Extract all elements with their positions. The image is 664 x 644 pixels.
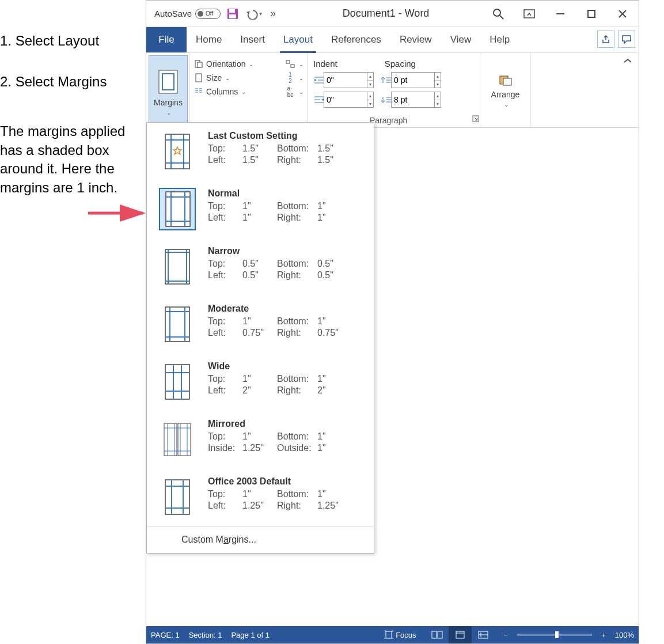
status-page[interactable]: PAGE: 1 <box>151 631 180 639</box>
margin-preview-icon <box>160 131 195 172</box>
size-icon <box>193 73 204 83</box>
share-button[interactable] <box>597 31 614 48</box>
qat-more-button[interactable]: » <box>267 7 279 20</box>
web-layout-button[interactable] <box>472 626 495 643</box>
svg-rect-77 <box>386 631 392 638</box>
zoom-out-button[interactable]: − <box>504 631 509 639</box>
margin-option-title: Wide <box>208 361 362 372</box>
orientation-button[interactable]: Orientation⌄ <box>193 59 253 69</box>
margin-option-title: Normal <box>208 188 362 199</box>
hyphenation-icon: a-bc <box>285 86 295 97</box>
status-pages[interactable]: Page 1 of 1 <box>231 631 270 639</box>
annotation-panel: 1. Select Layout 2. Select Margins The m… <box>0 32 132 220</box>
print-layout-button[interactable] <box>449 626 472 643</box>
autosave-label: AutoSave <box>154 9 192 18</box>
columns-icon <box>193 86 204 97</box>
spacing-group-label: Spacing <box>385 59 416 69</box>
save-icon[interactable] <box>225 6 240 21</box>
minimize-button[interactable] <box>555 8 566 20</box>
tab-file[interactable]: File <box>146 27 187 52</box>
status-section[interactable]: Section: 1 <box>189 631 222 639</box>
margin-option-title: Office 2003 Default <box>208 476 362 487</box>
space-after-value[interactable] <box>391 92 435 108</box>
margin-option-text: Last Custom SettingTop:1.5"Bottom:1.5"Le… <box>208 131 362 172</box>
arrange-button[interactable]: Arrange ⌄ <box>480 53 531 127</box>
tab-insert[interactable]: Insert <box>231 27 274 52</box>
tab-view[interactable]: View <box>441 27 481 52</box>
margin-option-last[interactable]: Last Custom SettingTop:1.5"Bottom:1.5"Le… <box>147 123 374 180</box>
margin-option-normal[interactable]: NormalTop:1"Bottom:1"Left:1"Right:1" <box>147 180 374 238</box>
line-numbers-button[interactable]: 12⌄ <box>285 73 303 83</box>
maximize-button[interactable] <box>586 8 597 20</box>
indent-right-value[interactable] <box>324 92 367 108</box>
tab-review[interactable]: Review <box>390 27 441 52</box>
arrange-icon <box>498 74 514 88</box>
margins-button[interactable]: Margins ⌄ <box>149 55 188 125</box>
margin-preview-icon <box>160 419 195 460</box>
breaks-button[interactable]: ⌄ <box>285 59 303 69</box>
spinner[interactable]: ▴▾ <box>435 72 441 88</box>
svg-rect-14 <box>198 62 202 67</box>
zoom-level[interactable]: 100% <box>615 631 634 639</box>
margins-dropdown: Last Custom SettingTop:1.5"Bottom:1.5"Le… <box>146 122 374 554</box>
tab-references[interactable]: References <box>322 27 390 52</box>
svg-rect-23 <box>291 65 294 67</box>
autosave-toggle[interactable]: AutoSave Off <box>154 9 221 19</box>
columns-label: Columns <box>206 87 238 96</box>
callout-arrow <box>88 204 151 224</box>
margin-option-narrow[interactable]: NarrowTop:0.5"Bottom:0.5"Left:0.5"Right:… <box>147 238 374 296</box>
indent-left-value[interactable] <box>324 72 367 88</box>
comments-button[interactable] <box>618 31 635 48</box>
margin-option-title: Mirrored <box>208 419 362 429</box>
chevron-down-icon: ▾ <box>259 10 262 17</box>
spinner[interactable]: ▴▾ <box>367 72 374 88</box>
margin-option-text: ModerateTop:1"Bottom:1"Left:0.75"Right:0… <box>208 304 362 345</box>
svg-rect-15 <box>196 74 202 82</box>
indent-left-input[interactable]: ▴▾ <box>313 72 374 88</box>
annotation-step2: 2. Select Margins <box>0 73 127 90</box>
annotation-step1: 1. Select Layout <box>0 32 127 50</box>
hyphenation-button[interactable]: a-bc⌄ <box>285 86 303 97</box>
collapse-ribbon-icon[interactable] <box>623 56 633 67</box>
spinner[interactable]: ▴▾ <box>435 92 441 108</box>
space-after-input[interactable]: ▴▾ <box>381 92 441 108</box>
tab-home[interactable]: Home <box>187 27 231 52</box>
margin-option-moderate[interactable]: ModerateTop:1"Bottom:1"Left:0.75"Right:0… <box>147 296 374 353</box>
space-before-value[interactable] <box>391 72 435 88</box>
search-icon[interactable] <box>492 8 504 20</box>
margin-option-mirrored[interactable]: MirroredTop:1"Bottom:1"Inside:1.25"Outsi… <box>147 411 374 468</box>
svg-rect-59 <box>165 365 189 399</box>
margins-label: Margins <box>154 98 183 107</box>
chevron-down-icon: ⌄ <box>504 101 509 108</box>
svg-rect-80 <box>456 631 464 638</box>
margin-option-wide[interactable]: WideTop:1"Bottom:1"Left:2"Right:2" <box>147 353 374 411</box>
margins-icon <box>157 68 180 96</box>
space-before-input[interactable]: ▴▾ <box>381 72 441 88</box>
margin-option-office[interactable]: Office 2003 DefaultTop:1"Bottom:1"Left:1… <box>147 468 374 526</box>
margin-preview-icon <box>160 361 195 403</box>
columns-button[interactable]: Columns⌄ <box>193 86 253 97</box>
margin-option-text: MirroredTop:1"Bottom:1"Inside:1.25"Outsi… <box>208 419 362 460</box>
read-mode-button[interactable] <box>426 626 449 643</box>
undo-icon[interactable]: ▾ <box>245 6 262 21</box>
margin-option-text: NormalTop:1"Bottom:1"Left:1"Right:1" <box>208 188 362 230</box>
spinner[interactable]: ▴▾ <box>367 92 374 108</box>
ribbon-display-icon[interactable] <box>523 8 535 20</box>
close-button[interactable] <box>617 8 628 20</box>
focus-mode-button[interactable]: Focus <box>384 630 416 639</box>
zoom-slider[interactable] <box>517 634 592 636</box>
orientation-icon <box>193 59 204 69</box>
focus-icon <box>384 630 393 639</box>
autosave-state: Off <box>206 10 213 17</box>
tab-layout[interactable]: Layout <box>274 27 322 52</box>
size-button[interactable]: Size⌄ <box>193 73 253 83</box>
zoom-in-button[interactable]: + <box>601 631 606 639</box>
custom-margins-button[interactable]: Custom Margins... <box>147 526 374 553</box>
indent-right-input[interactable]: ▴▾ <box>313 92 374 108</box>
indent-left-icon <box>313 75 324 85</box>
tab-help[interactable]: Help <box>480 27 519 52</box>
toggle-off-icon[interactable]: Off <box>195 9 221 19</box>
svg-rect-37 <box>503 78 511 85</box>
svg-rect-2 <box>229 9 235 13</box>
dialog-launcher-icon[interactable] <box>472 115 479 124</box>
